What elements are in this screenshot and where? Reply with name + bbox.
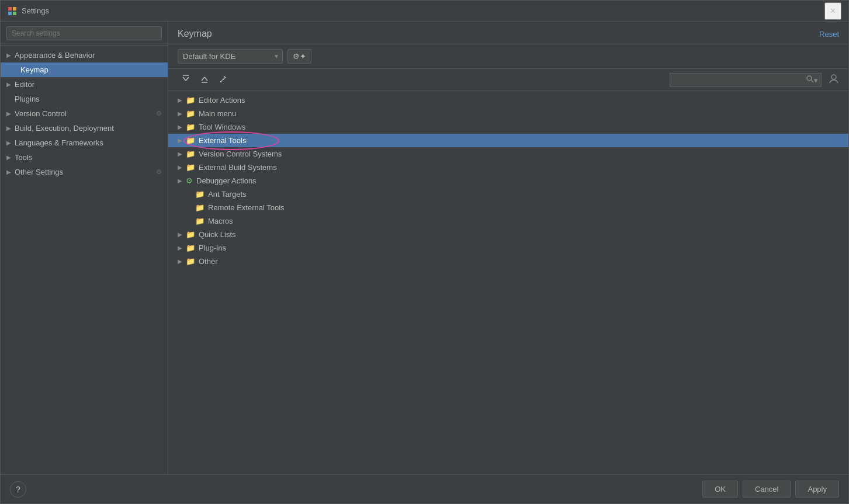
expand-icon: ▶ bbox=[178, 245, 186, 251]
tree-item-label: Remote External Tools bbox=[208, 203, 285, 212]
apply-button[interactable]: Apply bbox=[795, 481, 839, 498]
expand-icon: ▶ bbox=[178, 231, 186, 238]
expand-icon: ▶ bbox=[178, 178, 186, 184]
tree-item-label: Ant Targets bbox=[208, 190, 247, 199]
tree-item-external-tools[interactable]: ▶ 📁 External Tools bbox=[168, 134, 848, 147]
sidebar-item-label: Editor bbox=[15, 80, 162, 89]
sidebar-item-label: Build, Execution, Deployment bbox=[15, 124, 162, 133]
sidebar-item-label: Keymap bbox=[20, 65, 162, 74]
svg-line-5 bbox=[186, 77, 189, 81]
sidebar-item-build[interactable]: ▶ Build, Execution, Deployment bbox=[1, 121, 168, 135]
main-header: Keymap Reset bbox=[168, 22, 848, 44]
sidebar-items: ▶ Appearance & Behavior Keymap ▶ Editor … bbox=[1, 46, 168, 474]
tree-item-quick-lists[interactable]: ▶ 📁 Quick Lists bbox=[168, 228, 848, 241]
tree-item-label: External Tools bbox=[199, 136, 246, 145]
svg-rect-2 bbox=[8, 12, 12, 15]
expand-icon: ▶ bbox=[178, 137, 186, 144]
folder-icon: 📁 bbox=[195, 217, 205, 225]
folder-icon: 📁 bbox=[186, 257, 195, 266]
window-title: Settings bbox=[22, 6, 824, 15]
folder-gear-icon: ⚙ bbox=[186, 176, 193, 185]
tree-search-wrap: ▾ bbox=[670, 73, 822, 87]
sidebar-item-keymap[interactable]: Keymap bbox=[1, 62, 168, 77]
expand-icon: ▶ bbox=[178, 258, 186, 265]
tree-item-label: Quick Lists bbox=[199, 230, 236, 239]
expand-icon: ▶ bbox=[178, 97, 186, 103]
edit-button[interactable] bbox=[215, 72, 231, 87]
collapse-all-button[interactable] bbox=[196, 72, 213, 87]
ok-button[interactable]: OK bbox=[702, 481, 738, 498]
folder-icon: 📁 bbox=[186, 123, 195, 131]
user-icon bbox=[829, 74, 839, 86]
tree-item-label: Tool Windows bbox=[199, 123, 245, 131]
content-area: ▶ Appearance & Behavior Keymap ▶ Editor … bbox=[1, 22, 848, 474]
folder-icon: 📁 bbox=[186, 109, 195, 118]
sidebar-item-label: Plugins bbox=[15, 95, 162, 103]
tree-area: ▶ 📁 Editor Actions ▶ 📁 Main menu ▶ 📁 Too… bbox=[168, 91, 848, 474]
expand-arrow-placeholder bbox=[6, 96, 15, 102]
svg-rect-3 bbox=[13, 12, 16, 15]
reset-button[interactable]: Reset bbox=[819, 30, 839, 39]
expand-arrow-icon: ▶ bbox=[6, 125, 15, 131]
tree-item-label: Editor Actions bbox=[199, 96, 245, 105]
tree-item-editor-actions[interactable]: ▶ 📁 Editor Actions bbox=[168, 93, 848, 107]
expand-arrow-placeholder bbox=[12, 67, 20, 73]
svg-line-8 bbox=[205, 77, 207, 81]
sidebar-item-label: Appearance & Behavior bbox=[15, 51, 162, 60]
main-panel: Keymap Reset Default for KDE Default Ecl… bbox=[168, 22, 848, 474]
tree-item-external-build-systems[interactable]: ▶ 📁 External Build Systems bbox=[168, 161, 848, 174]
folder-icon: 📁 bbox=[186, 230, 195, 239]
tree-item-debugger-actions[interactable]: ▶ ⚙ Debugger Actions bbox=[168, 174, 848, 187]
keymap-gear-button[interactable]: ⚙✦ bbox=[287, 49, 311, 64]
settings-window: Settings × ▶ Appearance & Behavior Keyma… bbox=[0, 0, 849, 504]
svg-line-4 bbox=[183, 77, 186, 81]
expand-arrow-icon: ▶ bbox=[6, 81, 15, 88]
sidebar-item-label: Other Settings bbox=[15, 168, 154, 176]
tree-item-remote-external-tools[interactable]: 📁 Remote External Tools bbox=[168, 201, 848, 214]
expand-arrow-icon: ▶ bbox=[6, 154, 15, 161]
sidebar-item-label: Tools bbox=[15, 153, 162, 162]
tree-item-label: Macros bbox=[208, 217, 233, 225]
close-button[interactable]: × bbox=[824, 2, 841, 20]
sidebar-search-input[interactable] bbox=[6, 26, 162, 40]
svg-point-10 bbox=[807, 76, 812, 81]
tree-search-input[interactable] bbox=[670, 73, 822, 87]
tree-item-version-control-systems[interactable]: ▶ 📁 Version Control Systems bbox=[168, 147, 848, 161]
expand-icon: ▶ bbox=[178, 164, 186, 171]
keymap-select[interactable]: Default for KDE Default Eclipse NetBeans… bbox=[178, 49, 283, 64]
help-button[interactable]: ? bbox=[10, 481, 26, 498]
expand-arrow-icon: ▶ bbox=[6, 140, 15, 146]
tree-item-plug-ins[interactable]: ▶ 📁 Plug-ins bbox=[168, 241, 848, 255]
folder-icon: 📁 bbox=[195, 203, 205, 212]
sidebar-item-appearance[interactable]: ▶ Appearance & Behavior bbox=[1, 48, 168, 62]
tree-item-macros[interactable]: 📁 Macros bbox=[168, 214, 848, 228]
sidebar-item-plugins[interactable]: Plugins bbox=[1, 92, 168, 106]
no-arrow bbox=[187, 218, 195, 224]
cancel-button[interactable]: Cancel bbox=[743, 481, 791, 498]
sidebar-item-tools[interactable]: ▶ Tools bbox=[1, 150, 168, 165]
sidebar-item-version-control[interactable]: ▶ Version Control ⚙ bbox=[1, 106, 168, 121]
tree-item-ant-targets[interactable]: 📁 Ant Targets bbox=[168, 187, 848, 201]
svg-line-11 bbox=[811, 80, 813, 82]
sidebar-item-editor[interactable]: ▶ Editor bbox=[1, 77, 168, 92]
sidebar-item-other-settings[interactable]: ▶ Other Settings ⚙ bbox=[1, 165, 168, 179]
folder-icon: 📁 bbox=[186, 244, 195, 252]
tree-item-tool-windows[interactable]: ▶ 📁 Tool Windows bbox=[168, 120, 848, 134]
svg-rect-0 bbox=[8, 7, 12, 11]
svg-line-7 bbox=[202, 77, 205, 81]
expand-icon: ▶ bbox=[178, 151, 186, 157]
tree-item-label: External Build Systems bbox=[199, 163, 277, 172]
sidebar-item-languages[interactable]: ▶ Languages & Frameworks bbox=[1, 135, 168, 150]
search-dropdown-btn[interactable]: ▾ bbox=[802, 72, 822, 87]
app-icon bbox=[8, 6, 17, 16]
expand-all-button[interactable] bbox=[178, 72, 194, 87]
keymap-dropdown-wrap: Default for KDE Default Eclipse NetBeans… bbox=[178, 49, 283, 64]
expand-arrow-icon: ▶ bbox=[6, 169, 15, 175]
gear-icon: ⚙ bbox=[156, 110, 162, 117]
sidebar-search-wrap bbox=[1, 22, 168, 46]
tree-item-main-menu[interactable]: ▶ 📁 Main menu bbox=[168, 107, 848, 120]
keymap-toolbar: Default for KDE Default Eclipse NetBeans… bbox=[168, 44, 848, 69]
expand-arrow-icon: ▶ bbox=[6, 52, 15, 58]
titlebar: Settings × bbox=[1, 1, 848, 22]
tree-item-other[interactable]: ▶ 📁 Other bbox=[168, 255, 848, 268]
